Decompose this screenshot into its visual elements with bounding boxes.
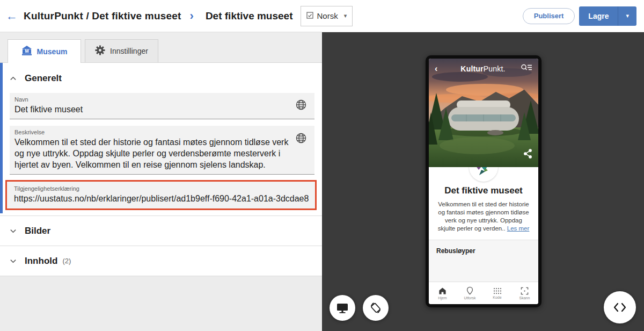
description-field[interactable]: Beskrivelse Velkommen til et sted der hi… (10, 126, 314, 175)
chevron-down-icon (10, 257, 17, 264)
breadcrumb: KulturPunkt / Det fiktive museet (24, 10, 181, 22)
name-field-label: Navn (14, 96, 293, 103)
desktop-preview-button[interactable] (330, 295, 355, 321)
section-bilder-header[interactable]: Bilder (0, 216, 322, 246)
monitor-icon (335, 301, 349, 314)
editor-panel: M Museum (0, 32, 322, 331)
chevron-down-icon: ▾ (344, 12, 347, 19)
share-icon[interactable] (523, 148, 533, 161)
app-section-heading: Rebusløyper (429, 240, 538, 255)
accessibility-field-highlight: Tilgjengelighetserklæring https://uustat… (5, 180, 317, 210)
language-icon (306, 11, 313, 21)
editor-body: Generelt Navn Det fiktive museet Beskriv… (0, 63, 322, 331)
language-value: Norsk (317, 11, 338, 20)
app-header: ‹ KulturPunkt. (429, 59, 538, 79)
accessibility-field-value[interactable]: https://uustatus.no/nb/erklaringer/publi… (14, 193, 309, 204)
svg-text:M: M (25, 48, 28, 54)
name-field-value[interactable]: Det fiktive museet (14, 104, 293, 115)
section-generelt-header[interactable]: Generelt (0, 67, 322, 90)
section-bilder-title: Bilder (25, 226, 50, 236)
gear-icon (95, 45, 105, 57)
nav-label: Utforsk (464, 296, 475, 300)
page-title: Det fiktive museet (206, 10, 293, 22)
language-select[interactable]: Norsk ▾ (301, 6, 353, 26)
app-back-chevron-icon[interactable]: ‹ (435, 64, 445, 74)
code-icon (613, 302, 627, 313)
phone-preview: ‹ KulturPunkt. (426, 55, 541, 307)
tab-strip: M Museum (0, 32, 322, 63)
tab-museum[interactable]: M Museum (8, 39, 81, 63)
accessibility-field-label: Tilgjengelighetserklæring (14, 185, 309, 192)
globe-icon[interactable] (295, 99, 307, 113)
rotate-device-button[interactable] (363, 295, 389, 321)
chevron-up-icon (10, 75, 17, 82)
app-section-rebuslooyper: Rebusløyper (429, 240, 538, 282)
nav-label: Kode (493, 296, 501, 299)
app-museum-title: Det fiktive museet (429, 185, 538, 196)
section-innhold-title: Innhold (25, 256, 57, 267)
tab-museum-label: Museum (37, 47, 68, 56)
accessibility-field[interactable]: Tilgjengelighetserklæring https://uustat… (7, 182, 315, 208)
app-museum-card: Det fiktive museet Velkommen til et sted… (429, 167, 538, 240)
nav-item-skann[interactable]: Skann (511, 282, 538, 304)
save-split-button[interactable]: Lagre ▾ (579, 6, 636, 26)
search-menu-icon[interactable] (521, 63, 532, 74)
read-more-link[interactable]: Les mer (507, 225, 530, 232)
nav-label: Hjem (438, 296, 447, 300)
chevron-down-icon (10, 227, 17, 234)
back-arrow-icon[interactable]: ← (0, 9, 24, 23)
globe-icon[interactable] (295, 132, 307, 146)
topbar: ← KulturPunkt / Det fiktive museet › Det… (0, 0, 644, 32)
nav-label: Skann (519, 296, 530, 300)
editor-footer (0, 276, 322, 331)
code-view-button[interactable] (604, 291, 636, 323)
section-generelt-title: Generelt (25, 73, 62, 84)
description-field-label: Beskrivelse (14, 129, 293, 135)
app-museum-description: Velkommen til et sted der historie og fa… (429, 200, 538, 233)
name-field[interactable]: Navn Det fiktive museet (10, 93, 314, 119)
scan-frame-icon (521, 287, 529, 295)
published-status-button[interactable]: Publisert (523, 8, 575, 24)
app-window: ← KulturPunkt / Det fiktive museet › Det… (0, 0, 644, 331)
home-icon (438, 287, 447, 295)
nav-item-utforsk[interactable]: Utforsk (456, 282, 484, 304)
museum-hero-image: ‹ KulturPunkt. (429, 59, 538, 167)
location-pin-icon (466, 286, 474, 295)
save-options-caret-icon[interactable]: ▾ (618, 6, 636, 26)
rotate-device-icon (369, 301, 383, 315)
description-field-value[interactable]: Velkommen til et sted der historie og fa… (14, 136, 293, 170)
dots-grid-icon (493, 287, 502, 294)
section-innhold-count: (2) (62, 257, 71, 265)
save-button[interactable]: Lagre (579, 6, 618, 26)
museum-building-icon: M (21, 45, 32, 57)
app-logo: KulturPunkt. (445, 64, 521, 73)
tab-innstillinger[interactable]: Innstillinger (85, 39, 158, 62)
nav-item-kode[interactable]: Kode (484, 282, 511, 304)
preview-panel: ‹ KulturPunkt. (322, 32, 644, 331)
active-section-indicator (0, 63, 3, 213)
tab-innstillinger-label: Innstillinger (110, 47, 148, 55)
nav-item-hjem[interactable]: Hjem (429, 282, 456, 304)
app-bottom-nav: Hjem Utforsk Kode Skann (429, 282, 538, 304)
section-innhold-header[interactable]: Innhold (2) (0, 246, 322, 276)
chevron-right-icon: › (190, 10, 194, 22)
phone-screen: ‹ KulturPunkt. (429, 59, 538, 304)
